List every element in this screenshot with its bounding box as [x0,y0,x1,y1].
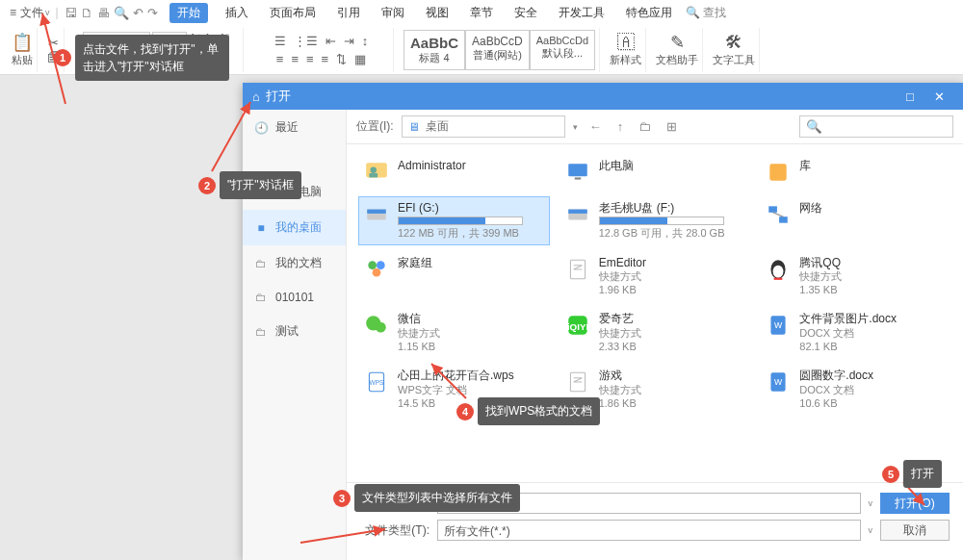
dialog-search-input[interactable] [799,115,953,138]
file-item[interactable]: iQIYI爱奇艺快捷方式2.33 KB [560,307,751,358]
tab-review[interactable]: 审阅 [377,3,408,23]
undo-icon[interactable]: ↶ [133,6,143,20]
tab-section[interactable]: 章节 [466,3,497,23]
desktop-icon: ■ [254,221,268,235]
indent-right-icon[interactable]: ⇥ [344,34,354,48]
tab-dev[interactable]: 开发工具 [555,3,609,23]
file-item[interactable]: EFI (G:)122 MB 可用，共 399 MB [358,196,550,245]
paragraph-group: ☰ ⋮☰ ⇤ ⇥ ↕ ≡ ≡ ≡ ≡ ⇅ ▦ [249,28,394,72]
indent-left-icon[interactable]: ⇤ [325,34,336,48]
docx-icon: W [765,369,792,395]
annotation-5: 5 打开 [882,460,942,488]
svg-rect-19 [774,277,783,279]
file-item[interactable]: 库 [760,154,951,191]
close-icon[interactable]: ✕ [924,89,953,104]
file-item[interactable]: 腾讯QQ快捷方式1.35 KB [760,251,951,302]
sidebar-test[interactable]: 🗀测试 [243,314,346,349]
back-icon[interactable]: ← [586,119,606,134]
sidebar-mydocs[interactable]: 🗀我的文档 [243,245,346,281]
folder-icon: 🗀 [254,291,268,304]
svg-point-21 [376,322,386,333]
sort-icon[interactable]: ↕ [362,34,369,48]
bullets-icon[interactable]: ☰ [274,34,286,48]
filetype-combo[interactable]: 所有文件(*.*) [437,520,861,541]
shading-icon[interactable]: ▦ [354,52,366,66]
file-item[interactable]: 此电脑 [560,154,751,191]
svg-rect-2 [369,173,377,177]
tab-start[interactable]: 开始 [169,3,208,23]
up-icon[interactable]: ↑ [613,119,628,134]
file-item[interactable]: 家庭组 [358,251,550,302]
file-item[interactable]: Administrator [358,154,550,191]
style-3[interactable]: AaBbCcDd默认段... [530,30,595,70]
file-icon [564,369,591,395]
assist-group[interactable]: ✎ 文档助手 [652,28,703,72]
user-icon [363,159,390,186]
home-icon [363,256,390,283]
align-right-icon[interactable]: ≡ [306,52,314,66]
svg-text:W: W [774,377,783,387]
wx-icon [363,312,390,339]
annotation-4: 4 找到WPS格式的文档 [456,397,600,425]
arrow-2 [202,96,260,173]
newstyle-group[interactable]: 🇦 新样式 [606,28,646,72]
disk-icon [363,201,390,228]
tab-special[interactable]: 特色应用 [622,3,676,23]
styles-group: AaBbC标题 4 AaBbCcD普通(网站) AaBbCcDd默认段... [400,28,600,72]
style-1[interactable]: AaBbC标题 4 [403,30,465,70]
ribbon-tabs: 开始 插入 页面布局 引用 审阅 视图 章节 安全 开发工具 特色应用 [169,3,676,23]
hamburger-icon[interactable]: ≡ [10,6,16,19]
style-2[interactable]: AaBbCcD普通(网站) [465,30,530,70]
file-name: 库 [799,159,811,172]
justify-icon[interactable]: ≡ [322,52,329,66]
tab-view[interactable]: 视图 [422,3,453,23]
tab-insert[interactable]: 插入 [221,3,252,23]
sidebar-desktop[interactable]: ■我的桌面 [243,210,346,245]
svg-point-1 [371,167,377,174]
file-name: Administrator [398,159,466,172]
paste-label: 粘贴 [12,53,33,67]
file-name: 微信 [398,312,440,325]
svg-point-18 [773,265,784,277]
svg-text:iQIYI: iQIYI [567,322,589,333]
file-icon [564,256,591,283]
print-icon[interactable]: 🖶 [97,6,110,20]
file-item[interactable]: 微信快捷方式1.15 KB [358,307,550,358]
location-label: 位置(I): [356,118,394,135]
pc-icon [564,159,591,186]
paste-icon[interactable]: 📋 [12,32,33,53]
sidebar-010101[interactable]: 🗀010101 [243,281,346,314]
align-center-icon[interactable]: ≡ [291,52,299,66]
file-name: EFI (G:) [398,201,523,215]
svg-line-12 [773,213,784,216]
tools-group[interactable]: 🛠 文字工具 [709,28,760,72]
cancel-button[interactable]: 取消 [880,520,950,541]
tab-layout[interactable]: 页面布局 [266,3,320,23]
zoom-icon[interactable]: 🔍 [114,6,129,20]
file-item[interactable]: EmEditor快捷方式1.96 KB [560,251,751,302]
file-name: 此电脑 [599,159,634,172]
file-item[interactable]: 老毛桃U盘 (F:)12.8 GB 可用，共 28.0 GB [560,196,751,245]
tab-references[interactable]: 引用 [333,3,364,23]
file-name: 家庭组 [398,256,432,269]
newfolder-icon[interactable]: 🗀 [635,119,655,134]
maximize-icon[interactable]: □ [896,89,924,104]
align-left-icon[interactable]: ≡ [276,52,284,66]
svg-rect-11 [779,216,788,223]
assist-icon: ✎ [670,32,685,53]
file-item[interactable]: W圆圈数字.docxDOCX 文档10.6 KB [760,364,951,415]
redo-icon[interactable]: ↷ [147,6,158,20]
search-button[interactable]: 🔍 查找 [686,5,726,21]
qq-icon [765,256,792,283]
file-item[interactable]: W文件背景图片.docxDOCX 文档82.1 KB [760,307,951,358]
file-item[interactable]: 网络 [760,196,951,245]
print-preview-icon[interactable]: 🗋 [81,6,93,20]
svg-rect-4 [574,177,581,179]
line-spacing-icon[interactable]: ⇅ [336,52,347,66]
location-combo[interactable]: 🖥 桌面 [402,115,565,138]
net-icon [765,201,792,228]
numbers-icon[interactable]: ⋮☰ [294,34,318,48]
tab-security[interactable]: 安全 [510,3,541,23]
view-icon[interactable]: ⊞ [663,119,681,134]
annotation-3: 3 文件类型列表中选择所有文件 [333,484,520,512]
